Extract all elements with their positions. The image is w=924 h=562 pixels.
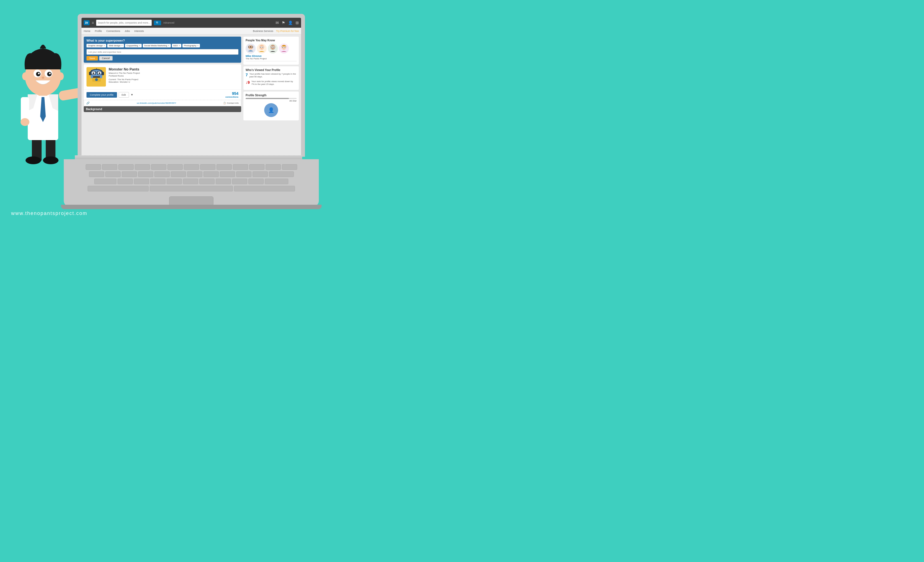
svg-point-51: [262, 47, 263, 48]
mail-icon[interactable]: ✉: [276, 21, 279, 25]
strength-card: Profile Strength All-Star 👤: [243, 92, 299, 120]
nav-jobs[interactable]: Jobs: [125, 30, 130, 33]
stat-2-text: Your rank for profile views moved down b…: [252, 80, 297, 86]
people-grid: [246, 44, 297, 54]
tag-photography[interactable]: Photography ×: [182, 44, 200, 47]
viewed-card: Who's Viewed Your Profile 7 Your profile…: [243, 66, 299, 90]
link-icon: 🔗: [86, 102, 90, 105]
contact-info-button[interactable]: 📋 Contact info: [223, 102, 239, 104]
tag-x[interactable]: ×: [139, 44, 140, 47]
svg-point-50: [260, 47, 261, 48]
laptop: in ≡ 🔍 Advanced ✉ ⚑ 👤 ⊞: [64, 14, 319, 213]
flag-icon[interactable]: ⚑: [282, 21, 285, 25]
try-premium[interactable]: Try Premium for free: [276, 30, 299, 33]
profile-top: Monster No Pants Mascot in The No Pants …: [84, 65, 241, 89]
complete-profile-button[interactable]: Complete your profile: [87, 92, 117, 98]
cancel-button[interactable]: Cancel: [99, 56, 112, 60]
edit-button[interactable]: Edit: [118, 92, 129, 98]
nav-connections[interactable]: Connections: [106, 30, 120, 33]
nav-icons: ✉ ⚑ 👤 ⊞: [276, 21, 299, 25]
edit-dropdown-arrow[interactable]: ▼: [130, 93, 134, 96]
profile-url-text[interactable]: us.linkedin.com/pub/monster/98/65/997/: [136, 102, 176, 104]
skills-buttons: Save Cancel: [87, 56, 238, 60]
svg-point-42: [248, 45, 253, 50]
svg-point-34: [96, 68, 97, 69]
people-title: People You May Know: [246, 39, 297, 42]
connections-number: 954: [225, 91, 238, 96]
svg-point-22: [42, 77, 44, 79]
profile-url-bar: 🔗 us.linkedin.com/pub/monster/98/65/997/…: [84, 100, 241, 106]
strength-title: Profile Strength: [246, 94, 297, 97]
nav-profile[interactable]: Profile: [95, 30, 102, 33]
skills-box: What is your superpower? Graphic design …: [84, 37, 241, 63]
tag-x[interactable]: ×: [168, 44, 170, 47]
profile-location: Portland Rocks: [109, 75, 238, 77]
laptop-base: [64, 159, 319, 206]
connections-count: 954 connections: [225, 91, 238, 98]
tag-x[interactable]: ×: [104, 44, 105, 47]
key-row-3: [72, 179, 310, 184]
profile-tagline: Mascot in The No Pants Project: [109, 72, 238, 74]
subnav-right: Business Services Try Premium for free: [253, 30, 299, 33]
profile-current: Current The No Pants Project: [109, 78, 238, 81]
viewed-title: Who's Viewed Your Profile: [246, 69, 297, 72]
stat-1-text: Your profile has been viewed by 7 people…: [249, 73, 297, 78]
background-section: Background: [84, 106, 241, 112]
linkedin-logo: in: [84, 20, 90, 25]
profile-icon[interactable]: 👤: [288, 21, 293, 25]
tag-x[interactable]: ×: [122, 44, 123, 47]
mike-name[interactable]: Mike Shreeve: [246, 55, 297, 57]
tag-social-media[interactable]: Social Media Marketing ×: [143, 44, 171, 47]
key-row-2: [72, 171, 310, 177]
connections-label: connections: [225, 96, 238, 98]
profile-name: Monster No Pants: [109, 67, 238, 71]
tag-graphic-design[interactable]: Graphic design ×: [87, 44, 106, 47]
search-button[interactable]: 🔍: [154, 21, 161, 25]
allstar-label: All-Star: [246, 99, 297, 102]
tag-copywriting[interactable]: Copywriting ×: [125, 44, 141, 47]
person-avatar-2[interactable]: [257, 44, 267, 54]
li-main-content: What is your superpower? Graphic design …: [81, 35, 301, 155]
tag-web-design[interactable]: Web design ×: [107, 44, 124, 47]
nav-interests[interactable]: Interests: [135, 30, 144, 33]
contact-info-label: Contact info: [227, 102, 239, 104]
stat-1-num: 7: [246, 73, 248, 77]
person-avatar-1[interactable]: [246, 44, 256, 54]
page-background: www.thenopantsproject.com: [0, 0, 369, 225]
menu-icon: ≡: [92, 21, 94, 25]
li-navbar: in ≡ 🔍 Advanced ✉ ⚑ 👤 ⊞: [81, 18, 301, 28]
svg-point-19: [49, 73, 51, 74]
li-right-sidebar: People You May Know: [243, 37, 299, 153]
tag-seo[interactable]: SEO ×: [172, 44, 182, 47]
svg-rect-37: [87, 77, 90, 83]
svg-point-21: [58, 72, 64, 80]
search-input[interactable]: [96, 20, 152, 26]
svg-point-11: [21, 118, 29, 126]
tag-x[interactable]: ×: [197, 44, 199, 47]
tag-x[interactable]: ×: [178, 44, 180, 47]
key-row-1: [72, 164, 310, 170]
strength-circle-icon: 👤: [268, 107, 274, 113]
skills-title: What is your superpower?: [87, 39, 238, 42]
skills-tags: Graphic design × Web design × Copywritin…: [87, 44, 238, 47]
laptop-bottom-edge: [61, 205, 322, 209]
nav-home[interactable]: Home: [84, 30, 90, 33]
business-services[interactable]: Business Services: [253, 30, 273, 33]
profile-avatar: [87, 67, 106, 87]
mike-title: The No Pants Project: [246, 57, 297, 60]
svg-rect-38: [103, 77, 105, 83]
svg-point-36: [95, 78, 98, 81]
skills-input[interactable]: [87, 49, 238, 55]
stat-2: ↓9 Your rank for profile views moved dow…: [246, 80, 297, 86]
profile-details: Current The No Pants Project Education M…: [109, 78, 238, 83]
grid-icon[interactable]: ⊞: [296, 21, 299, 25]
person-avatar-3[interactable]: [268, 44, 278, 54]
svg-point-27: [93, 72, 94, 74]
save-button[interactable]: Save: [87, 56, 98, 60]
svg-point-2: [26, 156, 41, 164]
svg-point-62: [282, 47, 284, 48]
li-center-column: What is your superpower? Graphic design …: [84, 37, 241, 153]
stat-1: 7 Your profile has been viewed by 7 peop…: [246, 73, 297, 78]
person-avatar-4[interactable]: [279, 44, 289, 54]
svg-point-63: [285, 47, 285, 48]
